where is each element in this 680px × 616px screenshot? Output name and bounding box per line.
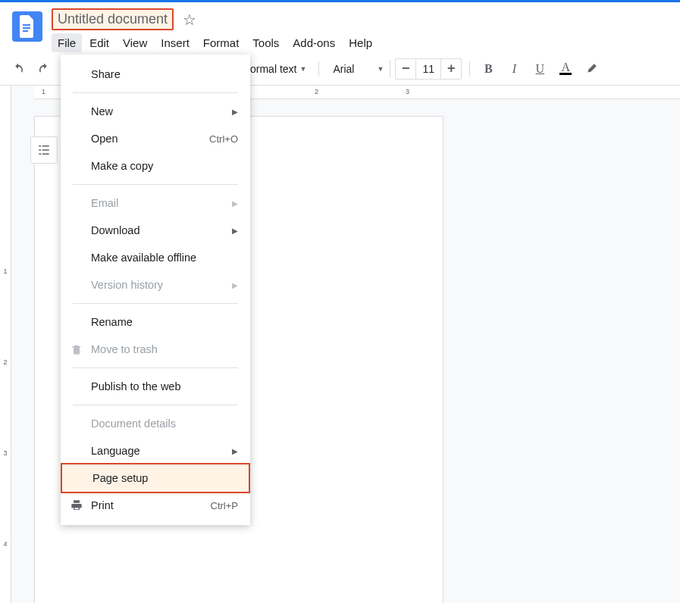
menu-item-label: Open [91,133,118,145]
svg-rect-7 [39,154,41,155]
docs-file-icon [18,15,36,38]
trash-icon [70,342,83,356]
ruler-tick: 2 [315,88,318,95]
svg-rect-3 [39,145,41,147]
menu-item-label: Share [91,68,121,80]
file-menu-move-to-trash: Move to trash [61,336,250,363]
chevron-right-icon: ▶ [232,447,238,455]
font-size-value[interactable]: 11 [415,59,441,79]
paragraph-style-dropdown[interactable]: ormal text ▼ [246,60,311,78]
svg-rect-4 [42,145,49,147]
menu-item-label: Rename [91,316,133,328]
menu-separator [73,92,238,93]
menu-tools[interactable]: Tools [246,33,285,52]
italic-button[interactable]: I [503,58,525,80]
menu-edit[interactable]: Edit [83,33,115,52]
file-menu-publish-to-the-web[interactable]: Publish to the web [61,373,250,400]
menu-insert[interactable]: Insert [155,33,196,52]
svg-rect-5 [39,149,41,151]
menu-item-label: Download [91,224,140,236]
file-dropdown-menu: ShareNew▶OpenCtrl+OMake a copyEmail▶Down… [61,55,250,525]
menu-shortcut: Ctrl+P [211,500,238,511]
menu-view[interactable]: View [117,33,153,52]
print-icon [70,499,83,512]
document-title[interactable]: Untitled document [52,8,174,30]
ruler-tick: 1 [0,267,11,275]
menu-separator [73,405,238,405]
file-menu-download[interactable]: Download▶ [61,217,250,244]
menu-shortcut: Ctrl+O [209,133,238,145]
menu-item-label: Move to trash [91,343,158,355]
file-menu-version-history: Version history▶ [61,271,250,299]
svg-rect-0 [23,24,30,26]
file-menu-print[interactable]: PrintCtrl+P [61,492,250,519]
undo-button[interactable] [8,58,29,80]
chevron-right-icon: ▶ [232,108,238,116]
svg-rect-2 [23,30,28,32]
redo-button[interactable] [33,58,55,80]
font-size-increase-button[interactable]: + [441,59,461,79]
ruler-tick: 3 [406,88,409,95]
file-menu-language[interactable]: Language▶ [61,437,250,464]
svg-rect-6 [42,149,49,151]
file-menu-share[interactable]: Share [61,61,250,88]
svg-rect-8 [42,154,49,155]
font-family-label: Arial [333,63,354,75]
menu-format[interactable]: Format [197,33,246,52]
svg-rect-1 [23,27,30,29]
vertical-ruler: 1 2 3 4 [0,86,11,603]
file-menu-page-setup[interactable]: Page setup [61,463,250,493]
menu-addons[interactable]: Add-ons [287,33,341,52]
bold-button[interactable]: B [478,58,499,80]
star-icon[interactable]: ☆ [183,11,196,29]
file-menu-rename[interactable]: Rename [61,308,250,336]
chevron-down-icon: ▼ [377,65,384,73]
chevron-right-icon: ▶ [232,227,238,235]
ruler-tick: 3 [0,449,11,457]
toolbar-separator [469,61,470,77]
outline-icon [37,143,51,157]
file-menu-document-details: Document details [61,410,250,437]
text-color-button[interactable]: A [555,58,576,80]
menu-item-label: Language [91,445,140,457]
underline-button[interactable]: U [529,58,550,80]
menu-item-label: Print [91,499,114,511]
menu-item-label: Document details [91,417,176,430]
menu-separator [73,184,238,185]
file-menu-email: Email▶ [61,189,250,217]
font-family-dropdown[interactable]: Arial ▼ [327,60,390,78]
menu-file[interactable]: File [52,33,82,52]
menu-item-label: Page setup [92,472,148,484]
chevron-right-icon: ▶ [232,281,238,289]
toolbar-separator [318,61,319,77]
menu-item-label: New [91,105,113,117]
menu-item-label: Version history [91,279,163,291]
text-color-indicator [559,73,572,75]
file-menu-open[interactable]: OpenCtrl+O [61,125,250,152]
show-outline-button[interactable] [30,136,58,164]
menu-item-label: Email [91,197,118,209]
file-menu-new[interactable]: New▶ [61,98,250,125]
font-size-control: − 11 + [395,58,462,80]
ruler-tick: 2 [0,358,11,366]
header: Untitled document ☆ File Edit View Inser… [0,2,680,52]
menu-separator [73,367,238,368]
paragraph-style-label: ormal text [250,63,296,75]
menu-separator [73,303,238,304]
menubar: File Edit View Insert Format Tools Add-o… [52,33,674,52]
menu-item-label: Make a copy [91,160,153,172]
file-menu-make-a-copy[interactable]: Make a copy [61,152,250,180]
font-size-decrease-button[interactable]: − [396,59,415,79]
highlight-button[interactable] [581,58,602,80]
docs-logo[interactable] [12,11,42,42]
menu-item-label: Make available offline [91,252,196,264]
file-menu-make-available-offline[interactable]: Make available offline [61,244,250,271]
menu-help[interactable]: Help [343,33,378,52]
ruler-tick: 1 [42,88,45,95]
menu-item-label: Publish to the web [91,380,181,392]
chevron-right-icon: ▶ [232,199,238,208]
chevron-down-icon: ▼ [299,65,306,73]
ruler-tick: 4 [0,540,11,548]
